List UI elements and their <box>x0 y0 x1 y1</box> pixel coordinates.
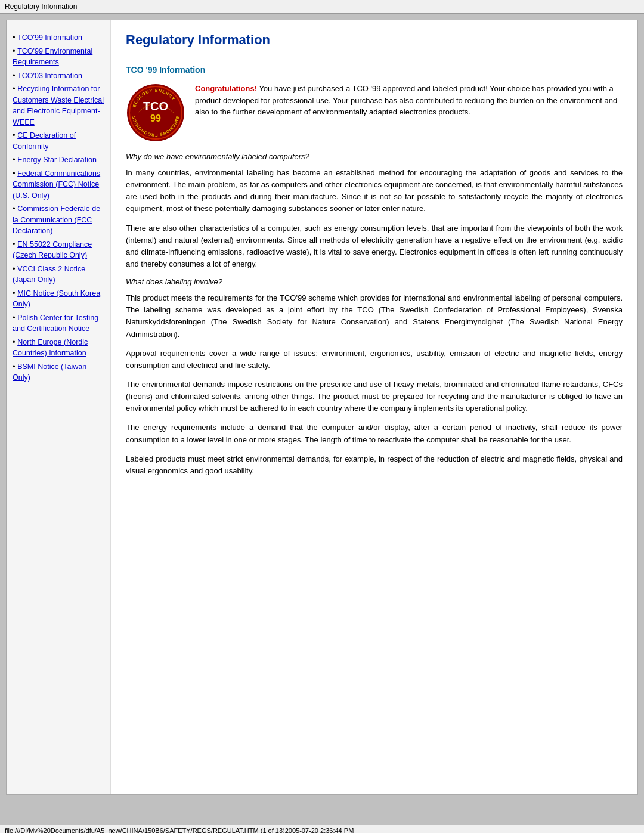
section1-heading: TCO '99 Information <box>126 65 623 75</box>
svg-text:99: 99 <box>150 113 161 123</box>
paragraph7: Labeled products must meet strict enviro… <box>126 453 623 477</box>
main-container: TCO'99 InformationTCO'99 Environmental R… <box>6 20 638 795</box>
sidebar-item-en55022[interactable]: EN 55022 Compliance (Czech Republic Only… <box>13 239 104 261</box>
status-bar: file:///D|/My%20Documents/dfu/A5_new/CHI… <box>0 825 644 833</box>
sidebar-item-tco99-info[interactable]: TCO'99 Information <box>13 32 104 44</box>
tco-logo: ECOLOGY ENERGY EMISSIONS ERGONOMICS TCO … <box>126 83 185 143</box>
sidebar-item-polish-center[interactable]: Polish Center for Testing and Certificat… <box>13 312 104 335</box>
svg-point-0 <box>127 84 184 141</box>
sidebar-link-fcc-notice[interactable]: Federal Communications Commission (FCC) … <box>13 169 100 200</box>
paragraph2: There are also other characteristics of … <box>126 222 623 271</box>
sidebar-item-north-europe[interactable]: North Europe (Nordic Countries) Informat… <box>13 337 104 359</box>
page-title: Regulatory Information <box>126 32 623 48</box>
sidebar-link-ce-declaration[interactable]: CE Declaration of Conformity <box>13 131 76 151</box>
sidebar-link-recycling[interactable]: Recycling Information for Customers Wast… <box>13 85 104 126</box>
sidebar-item-mic-notice[interactable]: MIC Notice (South Korea Only) <box>13 288 104 310</box>
sidebar-link-tco99-info[interactable]: TCO'99 Information <box>17 33 82 42</box>
main-content: Regulatory Information TCO '99 Informati… <box>111 20 637 794</box>
divider <box>126 54 623 54</box>
sidebar-link-tco99-env[interactable]: TCO'99 Environmental Requirements <box>13 47 92 67</box>
sidebar-link-north-europe[interactable]: North Europe (Nordic Countries) Informat… <box>13 338 88 358</box>
sidebar-link-mic-notice[interactable]: MIC Notice (South Korea Only) <box>13 289 100 309</box>
sidebar-item-commission-fed[interactable]: Commission Federale de la Communication … <box>13 203 104 237</box>
sidebar-item-recycling[interactable]: Recycling Information for Customers Wast… <box>13 83 104 128</box>
status-text: file:///D|/My%20Documents/dfu/A5_new/CHI… <box>5 827 354 833</box>
sidebar-item-tco99-env[interactable]: TCO'99 Environmental Requirements <box>13 46 104 68</box>
sidebar-item-ce-declaration[interactable]: CE Declaration of Conformity <box>13 130 104 152</box>
sidebar-link-vcci[interactable]: VCCI Class 2 Notice (Japan Only) <box>13 265 85 284</box>
paragraph6: The energy requirements include a demand… <box>126 422 623 445</box>
sidebar-link-bsmi[interactable]: BSMI Notice (Taiwan Only) <box>13 363 86 382</box>
subheading2: What does labeling involve? <box>126 277 623 286</box>
sidebar: TCO'99 InformationTCO'99 Environmental R… <box>7 20 111 794</box>
tco-intro-text: Congratulations! You have just purchased… <box>195 83 623 143</box>
sidebar-item-tco03-info[interactable]: TCO'03 Information <box>13 70 104 82</box>
sidebar-item-bsmi[interactable]: BSMI Notice (Taiwan Only) <box>13 361 104 383</box>
paragraph1: In many countries, environmental labelin… <box>126 167 623 215</box>
paragraph4: Approval requirements cover a wide range… <box>126 348 623 371</box>
sidebar-item-vcci[interactable]: VCCI Class 2 Notice (Japan Only) <box>13 264 104 286</box>
sidebar-item-energy-star[interactable]: Energy Star Declaration <box>13 154 104 166</box>
paragraph5: The environmental demands impose restric… <box>126 379 623 414</box>
sidebar-link-tco03-info[interactable]: TCO'03 Information <box>17 72 82 80</box>
page-wrapper: TCO'99 InformationTCO'99 Environmental R… <box>0 14 644 825</box>
tco-intro-block: ECOLOGY ENERGY EMISSIONS ERGONOMICS TCO … <box>126 83 623 143</box>
congrats-label: Congratulations! <box>195 84 257 93</box>
window-title: Regulatory Information <box>5 2 77 11</box>
intro-text: You have just purchased a TCO '99 approv… <box>195 84 617 116</box>
subheading1: Why do we have environmentally labeled c… <box>126 152 623 161</box>
sidebar-link-energy-star[interactable]: Energy Star Declaration <box>17 156 97 164</box>
paragraph3: This product meets the requirements for … <box>126 292 623 340</box>
window-title-bar: Regulatory Information <box>0 0 644 14</box>
sidebar-link-en55022[interactable]: EN 55022 Compliance (Czech Republic Only… <box>13 240 92 260</box>
sidebar-nav: TCO'99 InformationTCO'99 Environmental R… <box>13 32 104 383</box>
sidebar-link-polish-center[interactable]: Polish Center for Testing and Certificat… <box>13 314 98 333</box>
sidebar-link-commission-fed[interactable]: Commission Federale de la Communication … <box>13 205 100 235</box>
sidebar-item-fcc-notice[interactable]: Federal Communications Commission (FCC) … <box>13 168 104 202</box>
